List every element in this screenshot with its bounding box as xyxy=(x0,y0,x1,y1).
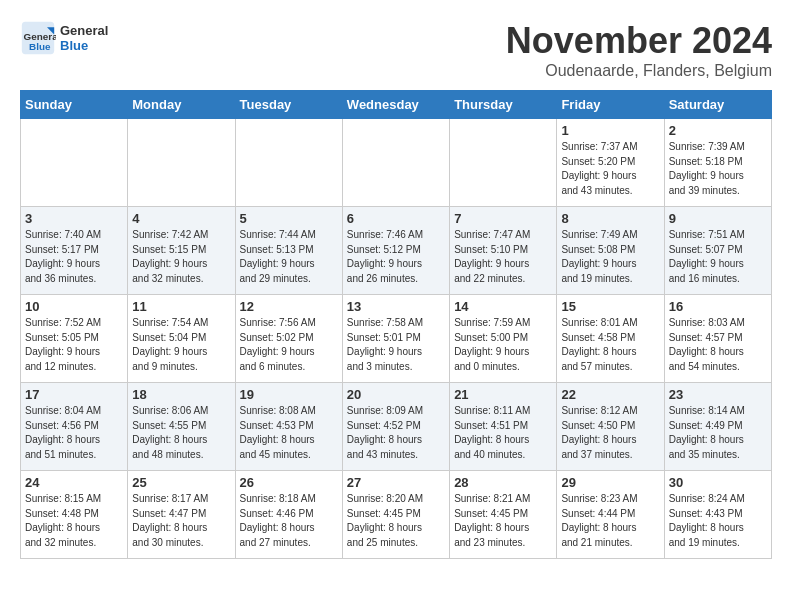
day-number: 14 xyxy=(454,299,552,314)
calendar-cell: 22Sunrise: 8:12 AM Sunset: 4:50 PM Dayli… xyxy=(557,383,664,471)
day-number: 16 xyxy=(669,299,767,314)
calendar-cell: 23Sunrise: 8:14 AM Sunset: 4:49 PM Dayli… xyxy=(664,383,771,471)
day-number: 10 xyxy=(25,299,123,314)
day-number: 21 xyxy=(454,387,552,402)
day-number: 5 xyxy=(240,211,338,226)
day-info: Sunrise: 7:42 AM Sunset: 5:15 PM Dayligh… xyxy=(132,228,230,286)
calendar-cell: 14Sunrise: 7:59 AM Sunset: 5:00 PM Dayli… xyxy=(450,295,557,383)
day-info: Sunrise: 8:09 AM Sunset: 4:52 PM Dayligh… xyxy=(347,404,445,462)
day-info: Sunrise: 7:47 AM Sunset: 5:10 PM Dayligh… xyxy=(454,228,552,286)
day-number: 29 xyxy=(561,475,659,490)
weekday-header-saturday: Saturday xyxy=(664,91,771,119)
day-info: Sunrise: 7:44 AM Sunset: 5:13 PM Dayligh… xyxy=(240,228,338,286)
calendar-cell: 2Sunrise: 7:39 AM Sunset: 5:18 PM Daylig… xyxy=(664,119,771,207)
day-info: Sunrise: 8:11 AM Sunset: 4:51 PM Dayligh… xyxy=(454,404,552,462)
calendar-cell: 5Sunrise: 7:44 AM Sunset: 5:13 PM Daylig… xyxy=(235,207,342,295)
logo-general: General xyxy=(60,23,108,38)
calendar-cell xyxy=(128,119,235,207)
day-number: 6 xyxy=(347,211,445,226)
calendar-cell: 3Sunrise: 7:40 AM Sunset: 5:17 PM Daylig… xyxy=(21,207,128,295)
calendar-cell: 10Sunrise: 7:52 AM Sunset: 5:05 PM Dayli… xyxy=(21,295,128,383)
week-row-1: 1Sunrise: 7:37 AM Sunset: 5:20 PM Daylig… xyxy=(21,119,772,207)
calendar-cell: 24Sunrise: 8:15 AM Sunset: 4:48 PM Dayli… xyxy=(21,471,128,559)
calendar-cell xyxy=(450,119,557,207)
calendar-cell: 25Sunrise: 8:17 AM Sunset: 4:47 PM Dayli… xyxy=(128,471,235,559)
calendar-cell: 19Sunrise: 8:08 AM Sunset: 4:53 PM Dayli… xyxy=(235,383,342,471)
weekday-header-sunday: Sunday xyxy=(21,91,128,119)
week-row-3: 10Sunrise: 7:52 AM Sunset: 5:05 PM Dayli… xyxy=(21,295,772,383)
weekday-header-friday: Friday xyxy=(557,91,664,119)
calendar-cell: 20Sunrise: 8:09 AM Sunset: 4:52 PM Dayli… xyxy=(342,383,449,471)
day-number: 13 xyxy=(347,299,445,314)
day-info: Sunrise: 7:49 AM Sunset: 5:08 PM Dayligh… xyxy=(561,228,659,286)
day-number: 9 xyxy=(669,211,767,226)
weekday-header-tuesday: Tuesday xyxy=(235,91,342,119)
day-number: 30 xyxy=(669,475,767,490)
week-row-5: 24Sunrise: 8:15 AM Sunset: 4:48 PM Dayli… xyxy=(21,471,772,559)
calendar-cell: 17Sunrise: 8:04 AM Sunset: 4:56 PM Dayli… xyxy=(21,383,128,471)
day-info: Sunrise: 8:15 AM Sunset: 4:48 PM Dayligh… xyxy=(25,492,123,550)
page-header: General Blue General Blue November 2024 … xyxy=(20,20,772,80)
day-info: Sunrise: 8:08 AM Sunset: 4:53 PM Dayligh… xyxy=(240,404,338,462)
calendar-cell: 29Sunrise: 8:23 AM Sunset: 4:44 PM Dayli… xyxy=(557,471,664,559)
calendar-cell: 7Sunrise: 7:47 AM Sunset: 5:10 PM Daylig… xyxy=(450,207,557,295)
day-number: 12 xyxy=(240,299,338,314)
day-number: 1 xyxy=(561,123,659,138)
logo-blue: Blue xyxy=(60,38,108,53)
day-number: 25 xyxy=(132,475,230,490)
title-area: November 2024 Oudenaarde, Flanders, Belg… xyxy=(506,20,772,80)
weekday-header-monday: Monday xyxy=(128,91,235,119)
calendar-cell: 11Sunrise: 7:54 AM Sunset: 5:04 PM Dayli… xyxy=(128,295,235,383)
day-info: Sunrise: 8:01 AM Sunset: 4:58 PM Dayligh… xyxy=(561,316,659,374)
day-number: 24 xyxy=(25,475,123,490)
weekday-header-thursday: Thursday xyxy=(450,91,557,119)
calendar-cell: 9Sunrise: 7:51 AM Sunset: 5:07 PM Daylig… xyxy=(664,207,771,295)
calendar-cell xyxy=(342,119,449,207)
day-info: Sunrise: 8:17 AM Sunset: 4:47 PM Dayligh… xyxy=(132,492,230,550)
day-info: Sunrise: 8:23 AM Sunset: 4:44 PM Dayligh… xyxy=(561,492,659,550)
calendar-cell: 28Sunrise: 8:21 AM Sunset: 4:45 PM Dayli… xyxy=(450,471,557,559)
day-number: 19 xyxy=(240,387,338,402)
week-row-2: 3Sunrise: 7:40 AM Sunset: 5:17 PM Daylig… xyxy=(21,207,772,295)
day-info: Sunrise: 7:58 AM Sunset: 5:01 PM Dayligh… xyxy=(347,316,445,374)
calendar-body: 1Sunrise: 7:37 AM Sunset: 5:20 PM Daylig… xyxy=(21,119,772,559)
day-number: 17 xyxy=(25,387,123,402)
month-title: November 2024 xyxy=(506,20,772,62)
calendar-cell: 30Sunrise: 8:24 AM Sunset: 4:43 PM Dayli… xyxy=(664,471,771,559)
day-number: 2 xyxy=(669,123,767,138)
day-info: Sunrise: 7:59 AM Sunset: 5:00 PM Dayligh… xyxy=(454,316,552,374)
calendar-cell xyxy=(235,119,342,207)
day-info: Sunrise: 8:03 AM Sunset: 4:57 PM Dayligh… xyxy=(669,316,767,374)
calendar-cell: 16Sunrise: 8:03 AM Sunset: 4:57 PM Dayli… xyxy=(664,295,771,383)
day-number: 11 xyxy=(132,299,230,314)
day-info: Sunrise: 7:46 AM Sunset: 5:12 PM Dayligh… xyxy=(347,228,445,286)
calendar-cell: 8Sunrise: 7:49 AM Sunset: 5:08 PM Daylig… xyxy=(557,207,664,295)
calendar-cell: 13Sunrise: 7:58 AM Sunset: 5:01 PM Dayli… xyxy=(342,295,449,383)
weekday-header-wednesday: Wednesday xyxy=(342,91,449,119)
calendar-cell: 12Sunrise: 7:56 AM Sunset: 5:02 PM Dayli… xyxy=(235,295,342,383)
calendar-header-row: SundayMondayTuesdayWednesdayThursdayFrid… xyxy=(21,91,772,119)
day-info: Sunrise: 7:37 AM Sunset: 5:20 PM Dayligh… xyxy=(561,140,659,198)
day-info: Sunrise: 8:06 AM Sunset: 4:55 PM Dayligh… xyxy=(132,404,230,462)
day-info: Sunrise: 8:21 AM Sunset: 4:45 PM Dayligh… xyxy=(454,492,552,550)
day-number: 8 xyxy=(561,211,659,226)
day-info: Sunrise: 7:40 AM Sunset: 5:17 PM Dayligh… xyxy=(25,228,123,286)
logo: General Blue General Blue xyxy=(20,20,108,56)
day-number: 27 xyxy=(347,475,445,490)
day-number: 26 xyxy=(240,475,338,490)
day-info: Sunrise: 8:04 AM Sunset: 4:56 PM Dayligh… xyxy=(25,404,123,462)
day-info: Sunrise: 8:14 AM Sunset: 4:49 PM Dayligh… xyxy=(669,404,767,462)
calendar-cell: 21Sunrise: 8:11 AM Sunset: 4:51 PM Dayli… xyxy=(450,383,557,471)
logo-icon: General Blue xyxy=(20,20,56,56)
calendar-cell: 27Sunrise: 8:20 AM Sunset: 4:45 PM Dayli… xyxy=(342,471,449,559)
day-number: 18 xyxy=(132,387,230,402)
day-number: 20 xyxy=(347,387,445,402)
calendar-cell xyxy=(21,119,128,207)
day-number: 28 xyxy=(454,475,552,490)
day-info: Sunrise: 8:18 AM Sunset: 4:46 PM Dayligh… xyxy=(240,492,338,550)
day-number: 15 xyxy=(561,299,659,314)
calendar-cell: 18Sunrise: 8:06 AM Sunset: 4:55 PM Dayli… xyxy=(128,383,235,471)
day-number: 4 xyxy=(132,211,230,226)
day-number: 3 xyxy=(25,211,123,226)
calendar-table: SundayMondayTuesdayWednesdayThursdayFrid… xyxy=(20,90,772,559)
